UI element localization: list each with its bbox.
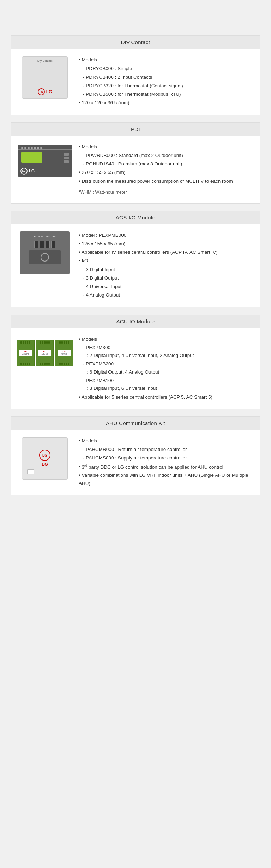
pdi-info: Models PPWRDB000 : Standard (max 2 Outdo… [79,143,254,196]
pdi-card: PDI LG [11,122,260,204]
lg-logo-icon: LG [38,88,45,95]
list-item: PDRYCB400 : 2 Input Contacts [83,74,254,81]
dimensions: 120 x 120 x 36.5 (mm) [79,99,254,107]
acs-io-label: I/O : 3 Digital Input 3 Digital Output 4… [79,257,254,299]
ahu-comm-info: Models PAHCMR000 : Return air temperatur… [79,437,254,488]
acs-model: Model : PEXPMB000 [79,231,254,239]
pdi-distribution: Distribution the measured power consumpt… [79,177,254,185]
dry-contact-image: LG LG [17,56,73,99]
acs-applicable: Applicable for IV series central control… [79,248,254,256]
acu-io-info: Models PEXPM300 : 2 Digital Input, 4 Uni… [79,335,254,402]
list-item: PEXPMB100 : 3 Digital Input, 6 Universal… [83,377,254,393]
pdi-note: *WHM : Watt-hour meter [79,189,254,196]
list-item: 4 Analog Output [83,291,254,299]
acu-io-title: ACU IO Module [11,315,260,328]
list-item: 3 Digital Input [83,266,254,274]
dry-contact-title: Dry Contact [11,36,260,49]
acu-applicable: Applicable for 5 series central controll… [79,393,254,401]
list-item: 3 Digital Output [83,274,254,282]
list-item: PDRYCB500 : for Thermostat (Modbus RTU) [83,90,254,98]
list-item: PQNUD1S40 : Premium (max 8 Outdoor unit) [83,160,254,168]
ahu-lg-logo-icon: LG [39,450,50,461]
pdi-image: LG LG [17,143,73,178]
list-item: PEXPMB200 : 6 Digital Output, 4 Analog O… [83,360,254,376]
models-label: Models PDRYCB000 : Simple PDRYCB400 : 2 … [79,56,254,98]
list-item: PPWRDB000 : Standard (max 2 Outdoor unit… [83,152,254,159]
acs-io-card: ACS I/O Module ACS IO Module Model : PEX… [11,211,260,307]
ahu-models-label: Models PAHCMR000 : Return air temperatur… [79,437,254,462]
acs-device-label: ACS IO Module [20,235,70,238]
acu-models-label: Models PEXPM300 : 2 Digital Input, 4 Uni… [79,335,254,393]
ahu-lg-text: LG [42,462,48,467]
ahu-comm-card: AHU Communication Kit LG LG Models PAHCM… [11,416,260,495]
lg-text: LG [46,89,52,94]
acs-io-image: ACS IO Module [17,231,73,274]
list-item: PDRYCB000 : Simple [83,65,254,72]
dry-contact-info: Models PDRYCB000 : Simple PDRYCB400 : 2 … [79,56,254,108]
pdi-models-label: Models PPWRDB000 : Standard (max 2 Outdo… [79,143,254,168]
list-item: PAHCMR000 : Return air temperature contr… [83,446,254,453]
list-item: PDRYCB320 : for Thermostat (Contact sign… [83,82,254,90]
ahu-comm-image: LG LG [17,437,73,480]
ahu-comm-title: AHU Communication Kit [11,417,260,430]
acu-io-image: LG ACU I/O LG ACU I/O [17,335,73,371]
ahu-small-box [27,469,34,474]
pdi-dimensions: 270 x 155 x 65 (mm) [79,169,254,176]
list-item: 4 Universal Input [83,283,254,291]
ahu-variable: Variable combinations with LG VRF indoor… [79,471,254,487]
pdi-lg-logo: LG [20,168,28,175]
pdi-title: PDI [11,123,260,136]
acs-dimensions: 126 x 155 x 65 (mm) [79,240,254,248]
ahu-3rd-party: 3rd party DDC or LG control solution can… [79,463,254,471]
acu-io-card: ACU IO Module LG ACU I/O [11,315,260,409]
list-item: PAHCMS000 : Supply air temperature contr… [83,454,254,462]
dry-contact-card: Dry Contact LG LG Models PDRYCB000 : Sim… [11,35,260,115]
list-item: PEXPM300 : 2 Digital Input, 4 Universal … [83,344,254,360]
acs-io-info: Model : PEXPMB000 126 x 155 x 65 (mm) Ap… [79,231,254,300]
acs-io-title: ACS I/O Module [11,211,260,224]
